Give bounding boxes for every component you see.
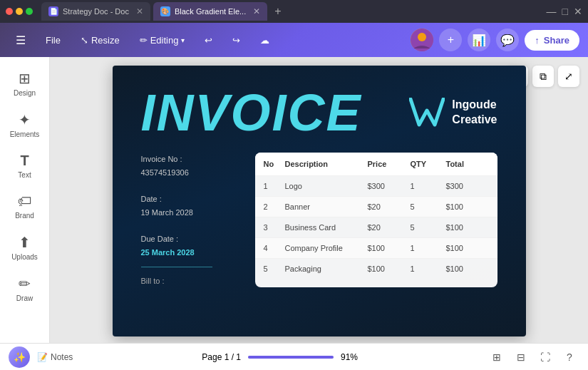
add-collaborator-button[interactable]: + xyxy=(439,29,462,51)
sidebar-label-draw: Draw xyxy=(16,294,33,302)
cell-total: $100 xyxy=(446,202,489,211)
tab-label-strategy: Strategy Doc - Doc xyxy=(63,7,129,16)
invoice-divider xyxy=(141,267,212,267)
redo-icon: ↪ xyxy=(232,35,240,46)
analytics-button[interactable]: 📊 xyxy=(468,29,490,51)
sidebar-label-text: Text xyxy=(18,171,31,179)
cell-desc: Logo xyxy=(285,182,368,190)
sidebar-label-brand: Brand xyxy=(15,212,34,220)
tab-icon-gradient: 🎨 xyxy=(160,6,170,16)
table-row: 1 Logo $300 1 $300 xyxy=(255,175,497,196)
window-restore[interactable]: □ xyxy=(562,6,568,17)
file-button[interactable]: File xyxy=(38,31,68,50)
tab-close-strategy[interactable]: ✕ xyxy=(136,6,143,16)
canvas-area[interactable]: 🔒 ⧉ ⤢ INVOICE Ingoude Creative xyxy=(50,57,588,343)
sidebar-item-draw[interactable]: ✏ Draw xyxy=(4,269,46,308)
due-date-label: Due Date : xyxy=(141,232,241,246)
invoice-header: INVOICE Ingoude Creative xyxy=(113,66,526,153)
grid-view-button[interactable]: ⊞ xyxy=(487,347,507,367)
editing-button[interactable]: ✏ Editing ▾ xyxy=(133,31,192,50)
maximize-dot[interactable] xyxy=(26,8,33,15)
plus-icon: + xyxy=(448,34,454,46)
fullscreen-button[interactable]: ⛶ xyxy=(535,347,555,367)
sidebar-item-uploads[interactable]: ⬆ Uploads xyxy=(4,228,46,267)
cell-no: 4 xyxy=(264,244,285,252)
help-button[interactable]: ? xyxy=(559,347,579,367)
chevron-down-icon: ▾ xyxy=(181,36,185,44)
sidebar-item-brand[interactable]: 🏷 Brand xyxy=(4,187,46,225)
cell-price: $20 xyxy=(368,202,411,211)
avatar[interactable] xyxy=(411,29,433,51)
invoice-title: INVOICE xyxy=(141,87,362,138)
menu-button[interactable]: ☰ xyxy=(9,29,33,51)
close-dot[interactable] xyxy=(6,8,13,15)
resize-label: Resize xyxy=(91,35,120,46)
col-qty: QTY xyxy=(411,160,446,168)
main-area: ⊞ Design ✦ Elements T Text 🏷 Brand ⬆ Upl… xyxy=(0,57,588,343)
col-desc: Description xyxy=(285,160,368,168)
page-info: Page 1 / 1 91% xyxy=(80,352,480,362)
uploads-icon: ⬆ xyxy=(19,234,31,251)
due-date-value: 25 March 2028 xyxy=(141,246,241,259)
save-cloud-button[interactable]: ☁ xyxy=(253,31,277,50)
copy-button[interactable]: ⧉ xyxy=(532,66,554,87)
cell-no: 5 xyxy=(264,264,285,273)
chat-icon: 💬 xyxy=(500,34,515,47)
cell-price: $100 xyxy=(368,244,411,252)
page-label: Page 1 / 1 xyxy=(202,352,241,362)
cell-no: 1 xyxy=(264,182,285,190)
page-slider-fill xyxy=(248,356,334,359)
undo-button[interactable]: ↩ xyxy=(197,31,220,50)
brand-icon: 🏷 xyxy=(18,193,32,210)
tab-strategy-doc[interactable]: 📄 Strategy Doc - Doc ✕ xyxy=(41,2,150,21)
table-row: 2 Banner $20 5 $100 xyxy=(255,196,497,217)
sidebar-label-elements: Elements xyxy=(10,130,40,138)
tab-close-gradient[interactable]: ✕ xyxy=(253,6,260,16)
share-button[interactable]: ↑ Share xyxy=(525,30,579,51)
sidebar-label-uploads: Uploads xyxy=(11,253,38,261)
redo-button[interactable]: ↪ xyxy=(225,31,247,50)
cell-qty: 1 xyxy=(411,244,446,252)
window-minimize[interactable]: — xyxy=(547,6,557,17)
window-close[interactable]: ✕ xyxy=(574,6,582,17)
page-slider[interactable] xyxy=(248,356,334,359)
new-tab-button[interactable]: + xyxy=(270,5,285,18)
sidebar-item-text[interactable]: T Text xyxy=(4,147,46,185)
magic-button[interactable]: ✨ xyxy=(9,346,30,368)
bill-to-label: Bill to : xyxy=(141,274,241,288)
edit-icon: ✏ xyxy=(140,35,148,46)
table-row: 3 Business Card $20 5 $100 xyxy=(255,217,497,237)
sidebar-label-design: Design xyxy=(14,89,36,97)
sidebar-item-elements[interactable]: ✦ Elements xyxy=(4,106,46,144)
expand-button[interactable]: ⤢ xyxy=(558,66,579,87)
minimize-dot[interactable] xyxy=(16,8,23,15)
logo-area: Ingoude Creative xyxy=(409,98,497,128)
logo-line2: Creative xyxy=(452,113,497,128)
cell-desc: Banner xyxy=(285,202,368,211)
cell-desc: Business Card xyxy=(285,223,368,232)
col-no: No xyxy=(264,160,285,168)
cell-total: $100 xyxy=(446,223,489,232)
sidebar-item-design[interactable]: ⊞ Design xyxy=(4,64,46,103)
notes-label: Notes xyxy=(51,352,73,362)
invoice-table: No Description Price QTY Total 1 Logo $3… xyxy=(255,153,497,287)
cell-qty: 5 xyxy=(411,223,446,232)
comments-button[interactable]: 💬 xyxy=(496,29,519,51)
cell-desc: Company Profile xyxy=(285,244,368,252)
notes-icon: 📝 xyxy=(37,352,48,362)
notes-button[interactable]: 📝 Notes xyxy=(37,352,73,362)
table-header: No Description Price QTY Total xyxy=(255,153,497,175)
cell-qty: 1 xyxy=(411,264,446,273)
resize-button[interactable]: ⤡ Resize xyxy=(73,31,127,50)
logo-line1: Ingoude xyxy=(452,98,497,113)
elements-icon: ✦ xyxy=(19,111,31,128)
tab-gradient[interactable]: 🎨 Black Gradient Ele... ✕ xyxy=(153,2,267,21)
invoice-body: Invoice No : 43574519306 Date : 19 March… xyxy=(113,153,526,287)
cell-price: $20 xyxy=(368,223,411,232)
cell-no: 2 xyxy=(264,202,285,211)
browser-tab-bar: 📄 Strategy Doc - Doc ✕ 🎨 Black Gradient … xyxy=(0,0,588,23)
col-price: Price xyxy=(368,160,411,168)
layout-button[interactable]: ⊟ xyxy=(511,347,531,367)
cell-qty: 5 xyxy=(411,202,446,211)
resize-icon: ⤡ xyxy=(81,35,88,46)
